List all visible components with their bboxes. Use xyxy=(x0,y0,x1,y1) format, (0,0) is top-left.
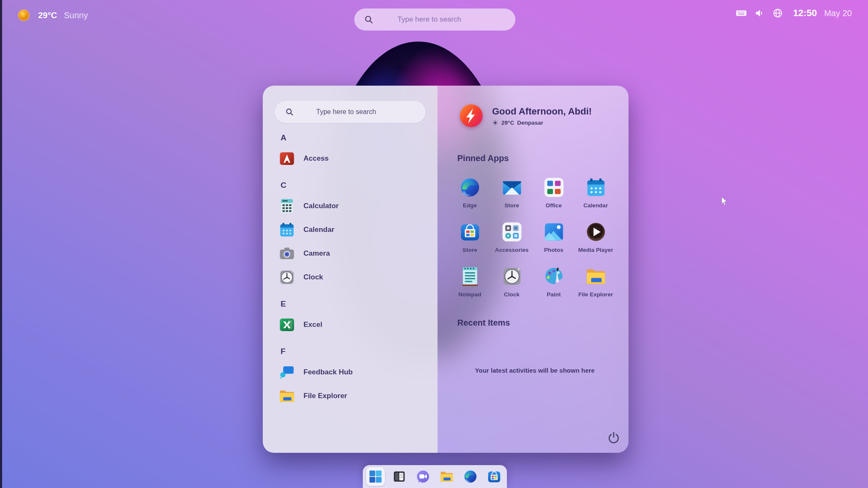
mouse-cursor xyxy=(719,196,729,206)
greeting-weather: 29°C Denpasar xyxy=(492,120,592,126)
windows-logo-icon xyxy=(368,469,383,484)
notebook-icon xyxy=(392,469,407,484)
dock-edge[interactable] xyxy=(461,467,480,486)
file-explorer-icon xyxy=(278,387,296,405)
store-icon xyxy=(459,220,481,243)
dock-notebook-app[interactable] xyxy=(390,467,409,486)
dock-store[interactable] xyxy=(485,467,504,486)
app-row-clock[interactable]: Clock xyxy=(275,265,426,289)
office-icon xyxy=(542,176,565,199)
paint-icon xyxy=(542,265,565,288)
avatar[interactable] xyxy=(460,104,483,127)
pinned-app-notepad[interactable]: Notepad xyxy=(449,263,491,299)
camera-icon xyxy=(278,245,296,262)
edge-icon xyxy=(463,469,478,484)
pinned-app-photos[interactable]: Photos xyxy=(533,219,575,255)
excel-icon xyxy=(278,316,296,334)
desktop-search-input[interactable] xyxy=(374,15,506,24)
file-explorer-icon xyxy=(584,265,607,288)
search-icon xyxy=(285,107,294,117)
accessories-icon xyxy=(501,220,523,243)
start-menu-search-input[interactable] xyxy=(294,108,415,116)
chat-icon xyxy=(415,469,431,484)
app-label: Clock xyxy=(303,273,323,282)
power-icon xyxy=(606,431,621,445)
pinned-app-calendar[interactable]: Calendar xyxy=(575,174,617,210)
app-row-feedback-hub[interactable]: Feedback Hub xyxy=(275,360,426,384)
app-row-excel[interactable]: Excel xyxy=(275,313,426,337)
pinned-app-media-player[interactable]: Media Player xyxy=(575,219,617,255)
sun-small-icon xyxy=(492,120,498,126)
app-label: Calendar xyxy=(303,226,334,234)
mail-icon xyxy=(501,176,523,199)
clock-icon xyxy=(278,268,296,286)
pinned-app-label: Clock xyxy=(504,291,520,298)
dock-chat-app[interactable] xyxy=(414,467,432,486)
system-tray: 12:50 May 20 xyxy=(736,8,852,19)
pinned-app-label: Accessories xyxy=(495,247,529,253)
weather-widget[interactable]: 29°C Sunny xyxy=(16,8,88,23)
app-row-access[interactable]: Access xyxy=(275,147,426,170)
file-explorer-icon xyxy=(439,469,454,484)
start-menu: A Access C Calculator Calendar Camera Cl… xyxy=(263,86,629,453)
notepad-icon xyxy=(459,265,481,288)
clock-icon xyxy=(501,265,523,288)
pinned-app-label: Notepad xyxy=(459,291,481,298)
section-letter[interactable]: C xyxy=(281,181,426,190)
start-menu-search-bar[interactable] xyxy=(275,101,426,123)
user-header: Good Afternoon, Abdi! 29°C Denpasar xyxy=(460,104,617,127)
recent-items-heading: Recent Items xyxy=(457,318,617,328)
app-row-file-explorer[interactable]: File Explorer xyxy=(275,384,426,408)
search-icon xyxy=(364,14,374,25)
top-bar: 29°C Sunny 12:50 May 20 xyxy=(0,0,868,31)
pinned-app-label: Photos xyxy=(544,247,564,253)
photos-icon xyxy=(542,220,565,243)
pinned-apps-heading: Pinned Apps xyxy=(457,153,617,163)
pinned-app-label: Edge xyxy=(463,202,477,209)
power-button[interactable] xyxy=(606,431,621,445)
calendar-icon xyxy=(278,221,296,239)
app-row-calculator[interactable]: Calculator xyxy=(275,194,426,218)
app-row-calendar[interactable]: Calendar xyxy=(275,218,426,242)
pinned-app-label: Media Player xyxy=(578,247,613,253)
pinned-app-label: Office xyxy=(545,202,562,209)
recent-items-empty-text: Your latest activities will be shown her… xyxy=(453,367,617,374)
tray-clock[interactable]: 12:50 xyxy=(793,8,817,19)
feedback-hub-icon xyxy=(278,363,296,381)
access-icon xyxy=(278,150,296,167)
weather-condition: Sunny xyxy=(64,11,88,20)
pinned-app-store-mail[interactable]: Store xyxy=(491,174,533,210)
pinned-app-clock[interactable]: Clock xyxy=(491,263,533,299)
start-menu-right-panel: Good Afternoon, Abdi! 29°C Denpasar Pinn… xyxy=(437,86,629,453)
all-apps-panel: A Access C Calculator Calendar Camera Cl… xyxy=(263,86,437,453)
dock-start-button[interactable] xyxy=(366,467,385,486)
pinned-app-label: Calendar xyxy=(584,202,608,209)
desktop-search-bar[interactable] xyxy=(354,8,515,31)
pinned-app-label: Store xyxy=(504,202,519,209)
pinned-app-file-explorer[interactable]: File Explorer xyxy=(575,263,617,299)
app-label: Calculator xyxy=(303,202,339,210)
section-letter[interactable]: A xyxy=(281,133,426,142)
pinned-app-edge[interactable]: Edge xyxy=(449,174,491,210)
app-label: File Explorer xyxy=(303,392,347,400)
edge-icon xyxy=(459,176,481,199)
app-row-camera[interactable]: Camera xyxy=(275,242,426,265)
network-icon[interactable] xyxy=(772,8,783,19)
section-letter[interactable]: F xyxy=(281,347,426,356)
pinned-app-label: Store xyxy=(462,247,477,253)
pinned-app-label: Paint xyxy=(547,291,561,298)
calculator-icon xyxy=(278,197,296,215)
pinned-app-paint[interactable]: Paint xyxy=(533,263,575,299)
pinned-app-store[interactable]: Store xyxy=(449,219,491,255)
dock-file-explorer[interactable] xyxy=(437,467,456,486)
media-player-icon xyxy=(584,220,607,243)
section-letter[interactable]: E xyxy=(281,299,426,309)
store-icon xyxy=(487,469,502,484)
tray-date[interactable]: May 20 xyxy=(824,8,852,18)
screen-edge xyxy=(0,0,2,488)
volume-icon[interactable] xyxy=(754,8,765,19)
weather-temp: 29°C xyxy=(38,11,57,20)
pinned-app-accessories[interactable]: Accessories xyxy=(491,219,533,255)
keyboard-icon[interactable] xyxy=(736,8,747,19)
pinned-app-office[interactable]: Office xyxy=(533,174,575,210)
